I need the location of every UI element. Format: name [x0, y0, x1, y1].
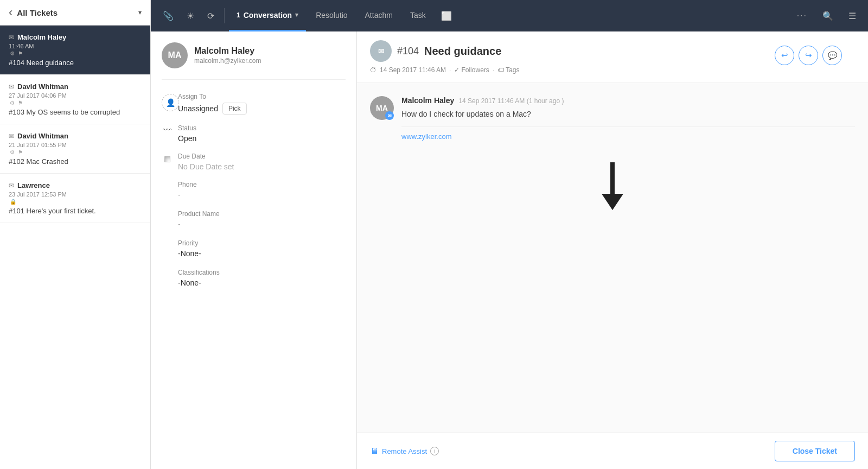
classifications-label: Classifications [178, 269, 346, 276]
list-item[interactable]: ✉ David Whitman 27 Jul 2017 04:06 PM ⚙ ⚑… [0, 75, 150, 124]
tags-link[interactable]: 🏷 Tags [497, 66, 519, 74]
tab-task[interactable]: Task [403, 0, 433, 31]
assign-row: Unassigned Pick [178, 103, 346, 115]
more-options-button[interactable]: ··· [792, 7, 813, 25]
pick-button[interactable]: Pick [222, 103, 247, 115]
message-time: 14 Sep 2017 11:46 AM (1 hour ago ) [458, 97, 564, 105]
envelope-icon: ✉ [9, 34, 14, 41]
pin-button[interactable]: 📎 [157, 7, 179, 26]
toolbar-divider [224, 8, 225, 23]
sidebar-title: All Tickets [17, 8, 136, 17]
messages-area: MA ✉ Malcolm Haley 14 Sep 2017 11:46 AM … [357, 83, 868, 433]
priority-value: -None- [178, 249, 346, 258]
check-icon: ✓ [454, 66, 459, 74]
priority-field: Priority -None- [162, 239, 346, 258]
ticket-avatar-icon: ✉ [378, 47, 384, 55]
ticket-subject: #103 My OS seems to be corrupted [9, 108, 142, 116]
bulb-icon: ☀ [187, 11, 194, 21]
tab-chevron-icon: ▾ [295, 11, 298, 18]
contact-info: Malcolm Haley malcolm.h@zylker.com [194, 46, 261, 65]
message-link[interactable]: www.zylker.com [401, 126, 855, 141]
meta-dot-2: · [493, 66, 494, 74]
list-item[interactable]: ✉ Lawrence 23 Jul 2017 12:53 PM 🔒 #101 H… [0, 174, 150, 223]
comment-button[interactable]: 💬 [822, 46, 842, 65]
ticket-avatar: ✉ [370, 40, 392, 62]
list-item[interactable]: ✉ David Whitman 21 Jul 2017 01:55 PM ⚙ ⚑… [0, 124, 150, 174]
conversation-count: 1 [237, 11, 240, 19]
person-icon: 👤 [166, 98, 175, 107]
history-button[interactable]: ⟳ [202, 7, 220, 26]
ticket-title-row: ✉ #104 Need guidance [370, 40, 520, 62]
menu-button[interactable]: ☰ [843, 7, 861, 26]
phone-field: Phone - [162, 181, 346, 199]
sender-name: Lawrence [17, 181, 50, 189]
tab-resolution-label: Resolutio [316, 11, 347, 20]
product-value: - [178, 220, 346, 229]
product-field: Product Name - [162, 210, 346, 229]
tab-conversation[interactable]: 1 Conversation ▾ [229, 0, 306, 31]
status-icon: ⚙ [10, 50, 15, 56]
ticket-time: 27 Jul 2017 04:06 PM [9, 92, 142, 99]
due-date-field: ▦ Due Date No Due Date set [162, 153, 346, 171]
ticket-header: ✉ #104 Need guidance ⏱ 14 Sep 2017 11:46… [357, 31, 868, 83]
back-button[interactable] [9, 5, 12, 20]
tab-resolution[interactable]: Resolutio [308, 0, 355, 31]
contact-email: malcolm.h@zylker.com [194, 57, 261, 65]
list-item[interactable]: ✉ Malcolm Haley 11:46 AM ⚙ ⚑ #104 Need g… [0, 26, 150, 75]
sender-row: ✉ David Whitman [9, 83, 142, 91]
task-icon-btn[interactable]: ⬜ [436, 7, 457, 26]
assign-field-icon: 👤 [162, 94, 173, 111]
sender-row: ✉ Malcolm Haley [9, 33, 142, 41]
remote-assist-label: Remote Assist [382, 447, 427, 455]
lock-icon: 🔒 [10, 199, 16, 205]
message-sender: Malcolm Haley [401, 96, 454, 105]
reply-all-button[interactable]: ↩ [775, 46, 794, 65]
main-panel: 📎 ☀ ⟳ 1 Conversation ▾ Resolutio Attachm… [151, 0, 868, 469]
contact-name: Malcolm Haley [194, 46, 261, 56]
due-date-label: Due Date [178, 153, 234, 160]
more-dots-icon: ··· [797, 11, 807, 20]
avatar-initials: MA [168, 50, 182, 60]
tab-attachments[interactable]: Attachm [358, 0, 400, 31]
ticket-subject: #102 Mac Crashed [9, 157, 142, 166]
info-icon[interactable]: i [430, 447, 439, 455]
task-icon: ⬜ [441, 11, 452, 21]
clock-icon: ⏱ [370, 66, 376, 74]
bulb-button[interactable]: ☀ [181, 7, 200, 26]
flag-icon: ⚑ [18, 100, 23, 106]
monitor-icon: 🖥 [370, 446, 379, 456]
due-date-value: No Due Date set [178, 162, 234, 171]
flag-icon: ⚑ [18, 149, 23, 155]
meta-dot: · [449, 66, 451, 74]
ticket-subject: #101 Here's your first ticket. [9, 207, 142, 215]
pin-icon: 📎 [163, 11, 174, 21]
person-placeholder-icon: 👤 [162, 94, 179, 111]
status-value: Open [178, 134, 196, 143]
sender-row: ✉ David Whitman [9, 132, 142, 140]
priority-label: Priority [178, 239, 346, 247]
message-body: How do I check for updates on a Mac? [401, 108, 855, 120]
forward-icon: ↪ [805, 50, 812, 60]
sender-name: David Whitman [17, 132, 68, 140]
flag-icon: ⚑ [18, 50, 23, 56]
tab-attachments-label: Attachm [365, 11, 393, 20]
forward-button[interactable]: ↪ [799, 46, 818, 65]
message-item: MA ✉ Malcolm Haley 14 Sep 2017 11:46 AM … [370, 96, 855, 141]
assign-field: 👤 Assign To Unassigned Pick [162, 93, 346, 115]
close-ticket-button[interactable]: Close Ticket [775, 441, 855, 461]
tab-conversation-label: Conversation [244, 11, 292, 20]
status-icon: ⚙ [10, 149, 15, 155]
product-label: Product Name [178, 210, 346, 218]
search-button[interactable]: 🔍 [817, 7, 839, 26]
detail-panel: MA Malcolm Haley malcolm.h@zylker.com 👤 … [151, 31, 357, 469]
message-avatar-badge: ✉ [385, 111, 394, 120]
followers-link[interactable]: ✓ Followers [454, 66, 489, 74]
remote-assist-section[interactable]: 🖥 Remote Assist i [370, 446, 439, 456]
dropdown-arrow-icon: ▾ [138, 9, 142, 16]
reply-all-icon: ↩ [781, 50, 788, 60]
message-header: Malcolm Haley 14 Sep 2017 11:46 AM (1 ho… [401, 96, 855, 105]
tag-icon: 🏷 [497, 66, 504, 74]
ticket-list: ✉ Malcolm Haley 11:46 AM ⚙ ⚑ #104 Need g… [0, 26, 150, 469]
envelope-icon: ✉ [9, 132, 14, 140]
message-content: Malcolm Haley 14 Sep 2017 11:46 AM (1 ho… [401, 96, 855, 141]
